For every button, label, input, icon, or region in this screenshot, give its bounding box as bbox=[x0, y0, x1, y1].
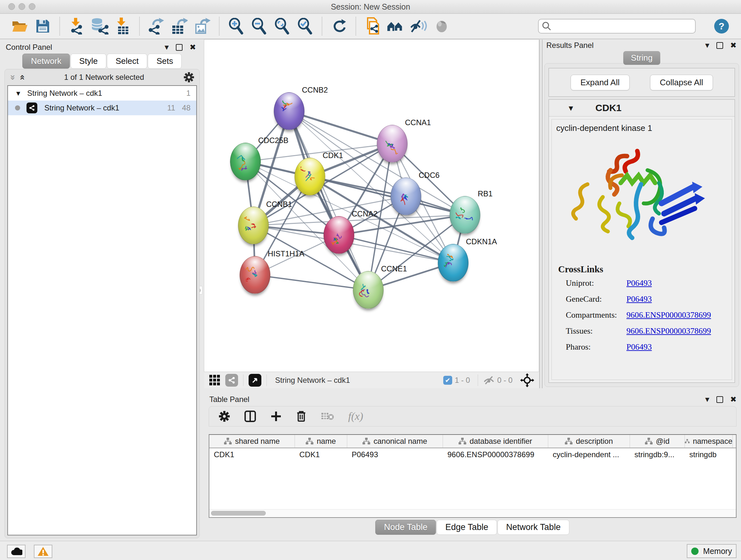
network-node-cdc25b[interactable] bbox=[230, 143, 261, 180]
tab-network[interactable]: Network bbox=[22, 54, 70, 69]
table-settings-gear-icon[interactable] bbox=[219, 411, 230, 422]
network-node-ccnb2[interactable] bbox=[274, 92, 305, 130]
network-row-selected[interactable]: String Network – cdk1 11 48 bbox=[8, 101, 196, 115]
panel-maximize-icon[interactable] bbox=[717, 42, 723, 49]
export-image-button[interactable] bbox=[193, 17, 211, 35]
crosslink-link[interactable]: P06493 bbox=[626, 342, 652, 352]
close-window-icon[interactable] bbox=[8, 3, 15, 10]
expand-all-button[interactable]: Expand All bbox=[570, 75, 630, 90]
crosslink-link[interactable]: P06493 bbox=[626, 278, 652, 288]
panel-close-icon[interactable]: ✖ bbox=[190, 43, 196, 52]
export-table-button[interactable] bbox=[171, 17, 188, 35]
network-collection-row[interactable]: ▼ String Network – cdk1 1 bbox=[8, 86, 196, 101]
column-header-name[interactable]: name bbox=[295, 435, 347, 448]
network-node-ccne1[interactable] bbox=[353, 271, 384, 309]
tab-style[interactable]: Style bbox=[71, 54, 106, 69]
collapse-all-tree-icon[interactable]: » bbox=[17, 74, 27, 80]
table-panel: Table Panel ▼ ✖ bbox=[204, 393, 741, 541]
panel-float-icon[interactable]: ▼ bbox=[705, 396, 710, 402]
tab-edge-table[interactable]: Edge Table bbox=[436, 520, 497, 535]
help-button[interactable]: ? bbox=[714, 19, 729, 34]
function-builder-button[interactable]: f(x) bbox=[348, 410, 363, 422]
network-node-cdkn1a[interactable] bbox=[438, 244, 468, 282]
crosslink-link[interactable]: P06493 bbox=[626, 294, 652, 304]
collapse-all-button[interactable]: Collapse All bbox=[650, 75, 713, 90]
hide-selected-button[interactable] bbox=[410, 17, 428, 35]
zoom-in-icon bbox=[228, 18, 244, 35]
open-session-button[interactable] bbox=[11, 17, 29, 35]
network-node-cdc6[interactable] bbox=[391, 178, 421, 215]
network-share-toggle[interactable] bbox=[225, 374, 238, 387]
memory-status-dot bbox=[691, 548, 698, 555]
results-panel-divider[interactable] bbox=[539, 40, 542, 388]
tab-network-table[interactable]: Network Table bbox=[497, 520, 569, 535]
hidden-eye-icon[interactable] bbox=[483, 376, 495, 385]
column-header-namespace[interactable]: namespace bbox=[685, 435, 733, 448]
column-header-canonical-name[interactable]: canonical name bbox=[347, 435, 443, 448]
show-all-networks-button[interactable] bbox=[387, 17, 405, 35]
warnings-button[interactable] bbox=[34, 545, 52, 558]
network-node-ccnb1[interactable] bbox=[238, 206, 269, 244]
panel-maximize-icon[interactable] bbox=[176, 44, 183, 51]
search-input[interactable] bbox=[538, 19, 696, 34]
cloud-status-button[interactable] bbox=[7, 545, 25, 558]
save-session-button[interactable] bbox=[34, 17, 52, 35]
zoom-out-button[interactable] bbox=[250, 17, 268, 35]
delete-column-icon[interactable] bbox=[296, 410, 307, 422]
import-network-file-button[interactable] bbox=[68, 17, 85, 35]
show-eye-button[interactable] bbox=[433, 17, 451, 35]
table-row[interactable]: CDK1CDK1P064939606.ENSP00000378699cyclin… bbox=[209, 448, 736, 461]
detach-view-button[interactable] bbox=[249, 374, 261, 387]
collapse-entry-icon[interactable]: ▼ bbox=[569, 105, 573, 111]
tab-string[interactable]: String bbox=[623, 51, 660, 65]
panel-float-icon[interactable]: ▼ bbox=[705, 42, 710, 49]
memory-button[interactable]: Memory bbox=[687, 544, 737, 558]
zoom-fit-button[interactable] bbox=[273, 17, 291, 35]
collapse-tree-icon[interactable]: ▼ bbox=[16, 90, 20, 97]
network-node-hist1h1a[interactable] bbox=[240, 256, 270, 294]
show-columns-icon[interactable] bbox=[244, 410, 256, 422]
network-canvas[interactable]: CCNB2CCNA1CDC25BCDK1CDC6RB1CCNB1CCNA2CDK… bbox=[204, 40, 539, 372]
network-view-title: String Network – cdk1 bbox=[275, 376, 350, 385]
fit-content-crosshair-icon[interactable] bbox=[520, 373, 534, 387]
eye-icon bbox=[434, 19, 449, 34]
add-column-icon[interactable] bbox=[270, 411, 282, 422]
scrollbar-thumb[interactable] bbox=[211, 511, 266, 516]
clone-network-button[interactable] bbox=[364, 17, 382, 35]
export-network-icon bbox=[148, 18, 165, 35]
tab-node-table[interactable]: Node Table bbox=[375, 520, 436, 535]
birds-eye-view-icon[interactable] bbox=[209, 374, 221, 386]
network-node-rb1[interactable] bbox=[450, 196, 480, 234]
protein-structure-image bbox=[566, 136, 706, 257]
zoom-selected-button[interactable] bbox=[296, 17, 314, 35]
maximize-window-icon[interactable] bbox=[29, 3, 36, 10]
network-node-cdk1[interactable] bbox=[294, 158, 325, 195]
panel-maximize-icon[interactable] bbox=[717, 396, 723, 403]
import-table-file-button[interactable] bbox=[114, 17, 131, 35]
tab-sets[interactable]: Sets bbox=[148, 54, 182, 69]
panel-float-icon[interactable]: ▼ bbox=[165, 44, 169, 51]
panel-close-icon[interactable]: ✖ bbox=[730, 41, 737, 50]
column-header-description[interactable]: description bbox=[548, 435, 630, 448]
column-header-shared-name[interactable]: shared name bbox=[209, 435, 295, 448]
column-header--id[interactable]: @id bbox=[630, 435, 685, 448]
selected-checkbox-icon[interactable]: ✔ bbox=[443, 376, 452, 385]
zoom-in-button[interactable] bbox=[227, 17, 245, 35]
column-header-database-identifier[interactable]: database identifier bbox=[443, 435, 548, 448]
table-panel-splitter[interactable] bbox=[204, 388, 741, 393]
export-network-button[interactable] bbox=[147, 17, 165, 35]
panel-close-icon[interactable]: ✖ bbox=[730, 395, 737, 404]
selected-count: 1 - 0 bbox=[455, 376, 470, 385]
entry-header[interactable]: ▼ CDK1 bbox=[549, 100, 735, 117]
gear-icon[interactable] bbox=[184, 72, 194, 83]
network-node-ccna2[interactable] bbox=[324, 216, 354, 254]
crosslink-link[interactable]: 9606.ENSP00000378699 bbox=[626, 310, 711, 320]
refresh-button[interactable] bbox=[330, 17, 348, 35]
crosslink-link[interactable]: 9606.ENSP00000378699 bbox=[626, 326, 711, 336]
import-network-database-button[interactable] bbox=[91, 17, 109, 35]
minimize-window-icon[interactable] bbox=[18, 3, 25, 10]
delete-table-icon[interactable] bbox=[321, 412, 334, 421]
tab-select[interactable]: Select bbox=[107, 54, 147, 69]
table-horizontal-scrollbar[interactable] bbox=[209, 509, 736, 517]
network-node-ccna1[interactable] bbox=[377, 125, 408, 163]
